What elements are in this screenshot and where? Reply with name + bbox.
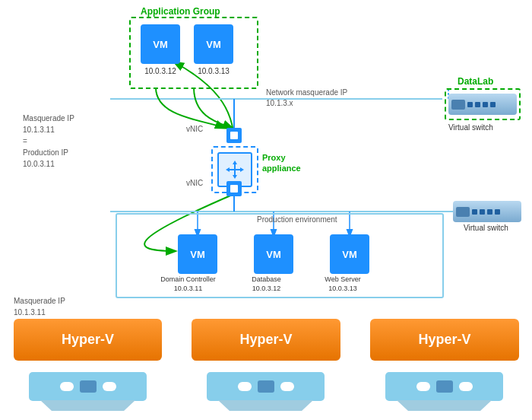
- vswitch-ports-datalab: [467, 102, 496, 107]
- server1: [29, 372, 147, 411]
- prod-env-label: Production environment: [257, 215, 337, 224]
- vnic1-box: [226, 128, 242, 143]
- hyperv1-box: Hyper-V: [14, 319, 162, 361]
- proxy-icon: [224, 159, 245, 180]
- vnic2-box: [226, 181, 242, 196]
- svg-marker-11: [233, 161, 237, 164]
- vswitch-datalab-label: Virtual switch: [448, 123, 493, 132]
- vnic2-label: vNIC: [186, 179, 203, 187]
- port1: [467, 102, 473, 107]
- vswitch-body-datalab: [451, 100, 465, 110]
- port3: [483, 102, 488, 107]
- datalab-box: [445, 88, 521, 120]
- vm3-label: Domain Controller 10.0.3.11: [160, 275, 217, 293]
- vm5-label: Web Server 10.0.3.13: [316, 275, 369, 293]
- server2: [207, 372, 325, 411]
- vswitch-prod: [453, 201, 521, 222]
- proxy-label: Proxy appliance: [262, 152, 301, 174]
- vswitch-datalab: [448, 94, 517, 115]
- diagram-container: Application Group VM 10.0.3.12 VM 10.0.3…: [0, 0, 532, 420]
- app-group-label: Application Group: [141, 6, 220, 17]
- vnic1-label: vNIC: [186, 125, 203, 133]
- vm4-label: Database 10.0.3.12: [242, 275, 291, 293]
- masq-ip-bottom-label: Masquerade IP 10.1.3.11: [14, 295, 65, 318]
- svg-marker-14: [240, 167, 244, 172]
- vm1-box: VM: [141, 24, 180, 64]
- vm5-box: VM: [330, 234, 369, 274]
- svg-marker-12: [233, 175, 237, 179]
- hyperv2-box: Hyper-V: [192, 319, 340, 361]
- masq-ip-left-label: Masquerade IP 10.1.3.11 = Production IP …: [23, 113, 74, 170]
- hyperv3-box: Hyper-V: [370, 319, 519, 361]
- svg-marker-13: [226, 167, 230, 172]
- vm1-label: 10.0.3.12: [138, 67, 182, 75]
- network-masq-label: Network masquerade IP 10.1.3.x: [266, 88, 347, 109]
- vm2-box: VM: [194, 24, 233, 64]
- vm3-box: VM: [178, 234, 217, 274]
- server3: [385, 372, 503, 411]
- port4: [490, 102, 496, 107]
- vm4-box: VM: [254, 234, 293, 274]
- port2: [475, 102, 480, 107]
- datalab-label: DataLab: [458, 76, 493, 87]
- vswitch-prod-label: Virtual switch: [464, 224, 508, 232]
- vm2-label: 10.0.3.13: [192, 67, 236, 75]
